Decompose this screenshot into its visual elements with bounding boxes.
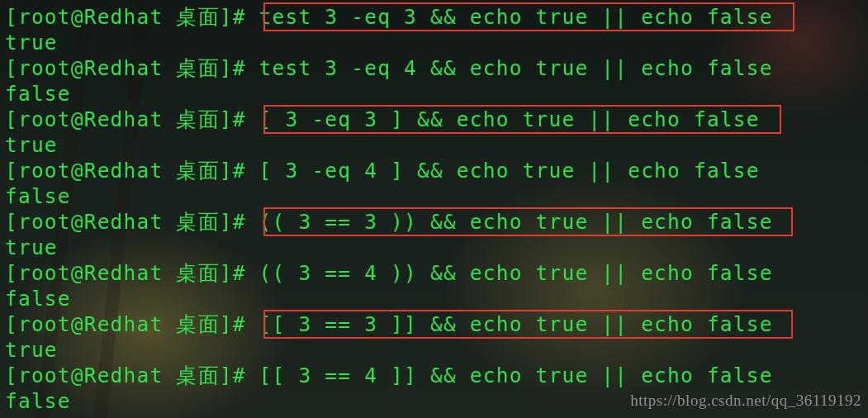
shell-command: (( 3 == 4 )) && echo true || echo false (259, 261, 773, 285)
shell-prompt: [root@Redhat 桌面]# (5, 5, 259, 29)
terminal-command-line: [root@Redhat 桌面]# (( 3 == 3 )) && echo t… (5, 209, 865, 235)
shell-command: [[ 3 == 4 ]] && echo true || echo false (259, 363, 773, 387)
terminal-command-line: [root@Redhat 桌面]# [[ 3 == 4 ]] && echo t… (5, 363, 865, 388)
shell-command: (( 3 == 3 )) && echo true || echo false (259, 210, 773, 234)
terminal-output-line: true (5, 337, 865, 363)
terminal-output-line: false (5, 286, 865, 311)
terminal-command-line: [root@Redhat 桌面]# (( 3 == 4 )) && echo t… (5, 260, 865, 286)
terminal-command-line: [root@Redhat 桌面]# test 3 -eq 3 && echo t… (5, 4, 865, 30)
shell-prompt: [root@Redhat 桌面]# (5, 312, 259, 336)
terminal-output[interactable]: [root@Redhat 桌面]# test 3 -eq 3 && echo t… (5, 4, 865, 414)
shell-command: [ 3 -eq 3 ] && echo true || echo false (259, 107, 760, 131)
terminal-output-line: true (5, 235, 865, 260)
terminal-command-line: [root@Redhat 桌面]# [[ 3 == 3 ]] && echo t… (5, 311, 865, 337)
shell-command: test 3 -eq 3 && echo true || echo false (259, 5, 773, 29)
shell-command: [[ 3 == 3 ]] && echo true || echo false (259, 312, 773, 336)
shell-prompt: [root@Redhat 桌面]# (5, 107, 259, 131)
terminal-output-line: true (5, 30, 865, 55)
shell-prompt: [root@Redhat 桌面]# (5, 210, 259, 234)
terminal-command-line: [root@Redhat 桌面]# [ 3 -eq 4 ] && echo tr… (5, 158, 865, 183)
shell-prompt: [root@Redhat 桌面]# (5, 261, 259, 285)
shell-prompt: [root@Redhat 桌面]# (5, 363, 259, 387)
shell-command: test 3 -eq 4 && echo true || echo false (259, 56, 773, 80)
watermark-text: https://blog.csdn.net/qq_36119192 (630, 387, 861, 413)
terminal-output-line: false (5, 183, 865, 209)
terminal-command-line: [root@Redhat 桌面]# [ 3 -eq 3 ] && echo tr… (5, 107, 865, 132)
shell-prompt: [root@Redhat 桌面]# (5, 56, 259, 80)
shell-prompt: [root@Redhat 桌面]# (5, 159, 259, 183)
shell-command: [ 3 -eq 4 ] && echo true || echo false (259, 159, 760, 183)
terminal-output-line: false (5, 81, 865, 107)
terminal-command-line: [root@Redhat 桌面]# test 3 -eq 4 && echo t… (5, 55, 865, 81)
terminal-output-line: true (5, 132, 865, 158)
